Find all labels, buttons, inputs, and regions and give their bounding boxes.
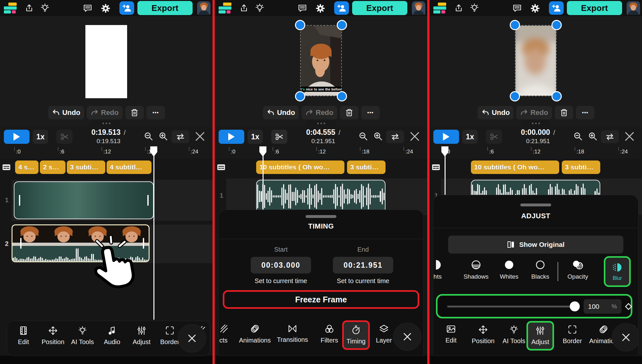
avatar[interactable] (197, 1, 211, 16)
slider-thumb[interactable] (570, 301, 580, 311)
trim-handle-right[interactable] (380, 191, 381, 202)
playback-speed-button[interactable]: 1x (33, 130, 48, 144)
app-logo-icon[interactable] (218, 2, 233, 15)
redo-button[interactable]: Redo (516, 106, 552, 119)
set-start-to-current-button[interactable]: Set to current time (247, 277, 315, 285)
export-button[interactable]: Export (137, 1, 193, 15)
undo-button[interactable]: Undo (263, 106, 299, 119)
close-timeline-icon[interactable] (409, 131, 420, 143)
zoom-out-icon[interactable] (359, 132, 368, 143)
zoom-in-icon[interactable] (373, 132, 383, 143)
upload-icon[interactable] (454, 4, 464, 14)
delete-button[interactable] (555, 106, 573, 119)
playback-speed-button[interactable]: 1x (247, 130, 263, 144)
undo-button[interactable]: Undo (48, 106, 84, 119)
close-toolbar-button[interactable] (394, 323, 421, 351)
adjust-option-shadows[interactable]: Shadows (458, 259, 494, 280)
adjust-option-opacity[interactable]: Opacity (560, 259, 595, 280)
split-scissors-button[interactable] (486, 130, 502, 144)
subtitle-chip[interactable]: 3 subti… (347, 160, 386, 174)
ai-ideas-icon[interactable] (40, 3, 50, 14)
keyframe-diamond-icon[interactable] (624, 302, 633, 313)
delete-button[interactable] (340, 106, 359, 119)
playhead-line[interactable] (153, 147, 154, 320)
adjust-option-whites[interactable]: Whites (491, 259, 527, 280)
add-collaborator-button[interactable] (119, 1, 134, 15)
sheet-drag-handle[interactable] (520, 204, 551, 206)
redo-button[interactable]: Redo (301, 106, 337, 119)
toolbar-item-adjust-highlighted[interactable]: Adjust (526, 321, 554, 351)
audio-clip-track1[interactable] (256, 180, 386, 213)
trim-handle-right[interactable] (147, 195, 149, 206)
ai-ideas-icon[interactable] (255, 3, 265, 14)
more-options-button[interactable]: ••• (146, 106, 165, 119)
split-scissors-button[interactable] (271, 130, 287, 144)
close-timeline-icon[interactable] (195, 131, 205, 143)
ai-ideas-icon[interactable] (469, 3, 480, 14)
delete-button[interactable] (125, 106, 144, 119)
trim-handle-left[interactable] (19, 195, 20, 206)
app-logo-icon[interactable] (3, 2, 18, 15)
freeze-frame-button[interactable]: Freeze Frame (223, 290, 419, 309)
timeline-drag-handle[interactable] (521, 120, 550, 126)
more-options-button[interactable]: ••• (361, 106, 380, 119)
start-time-field[interactable]: 00:03.000 (251, 257, 311, 273)
play-button[interactable] (4, 130, 30, 144)
slider-track[interactable] (447, 306, 577, 308)
close-toolbar-button[interactable] (612, 324, 638, 351)
avatar[interactable] (412, 1, 425, 16)
subtitle-chip[interactable]: 2 s… (40, 160, 65, 174)
resize-handle-bottom-left[interactable] (510, 91, 520, 101)
zoom-in-icon[interactable] (588, 132, 598, 143)
play-button[interactable] (433, 130, 459, 144)
trim-handle-left[interactable] (261, 191, 262, 202)
video-canvas[interactable]: it's nice to see the before (300, 25, 342, 96)
timeline-drag-handle[interactable] (92, 120, 121, 126)
trim-handle-left[interactable] (20, 238, 22, 249)
feedback-icon[interactable] (83, 4, 92, 14)
settings-gear-icon[interactable] (101, 4, 110, 14)
subtitle-chip[interactable]: 3 subti… (67, 160, 105, 174)
resize-handle-top-right[interactable] (337, 20, 347, 30)
subtitle-chip[interactable]: 4 subtitl… (107, 160, 152, 174)
resize-handle-top-right[interactable] (551, 20, 562, 30)
close-toolbar-button[interactable] (178, 325, 206, 352)
feedback-icon[interactable] (512, 4, 522, 14)
timeline-clip-track1[interactable] (14, 181, 154, 219)
avatar[interactable] (627, 1, 640, 16)
trim-handle-right[interactable] (143, 238, 144, 249)
play-button[interactable] (219, 130, 244, 144)
subtitle-track-icon[interactable] (217, 164, 225, 172)
more-options-button[interactable]: ••• (576, 106, 594, 119)
sheet-drag-handle[interactable] (306, 215, 336, 218)
close-timeline-icon[interactable] (624, 131, 635, 143)
add-collaborator-button[interactable] (334, 1, 349, 15)
fit-timeline-button[interactable] (601, 130, 619, 143)
fit-timeline-button[interactable] (386, 130, 404, 143)
set-end-to-current-button[interactable]: Set to current time (329, 277, 397, 285)
playback-speed-button[interactable]: 1x (462, 130, 478, 144)
subtitle-track-icon[interactable] (2, 164, 11, 172)
split-scissors-button[interactable] (56, 130, 73, 144)
app-logo-icon[interactable] (433, 2, 447, 15)
adjust-option-highlights-partial[interactable]: ghts (433, 259, 454, 280)
resize-handle-bottom-left[interactable] (295, 91, 305, 101)
video-canvas-white-frame[interactable] (85, 25, 127, 98)
redo-button[interactable]: Redo (87, 106, 123, 119)
timeline-drag-handle[interactable] (307, 120, 335, 126)
subtitle-track-icon[interactable] (432, 164, 440, 172)
subtitle-chip[interactable]: 4 s… (15, 160, 39, 174)
feedback-icon[interactable] (298, 4, 307, 14)
resize-handle-bottom-right[interactable] (337, 91, 347, 101)
show-original-button[interactable]: Show Original (448, 236, 623, 254)
settings-gear-icon[interactable] (316, 4, 325, 14)
fit-timeline-button[interactable] (171, 130, 189, 143)
export-button[interactable]: Export (567, 1, 622, 15)
toolbar-item-transitions[interactable]: Transitions (273, 324, 312, 343)
end-time-field[interactable]: 00:21.951 (333, 257, 393, 273)
export-button[interactable]: Export (352, 1, 407, 15)
settings-gear-icon[interactable] (530, 4, 540, 14)
undo-button[interactable]: Undo (478, 106, 514, 119)
zoom-out-icon[interactable] (573, 132, 583, 143)
subtitle-chip[interactable]: 10 subtitles ( Oh wo… (471, 160, 559, 174)
